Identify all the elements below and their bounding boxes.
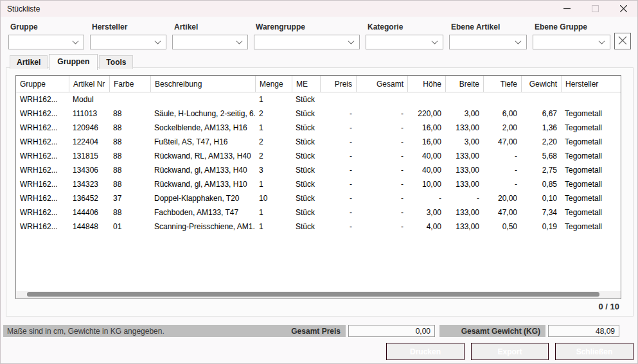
cell: 6,67 [521, 107, 561, 121]
cell: 0,19 [521, 220, 561, 234]
table-row[interactable]: WRH162...13645237Doppel-Klapphaken, T201… [16, 191, 621, 205]
tab-tools[interactable]: Tools [99, 55, 133, 69]
cell: 131815 [69, 149, 109, 163]
cell: - [320, 149, 356, 163]
table-row[interactable]: WRH162...12240488Fußteil, AS, T47, H162S… [16, 135, 621, 149]
horizontal-scrollbar[interactable] [16, 291, 621, 299]
cell: WRH162... [16, 92, 69, 107]
column-header-gruppe[interactable]: Gruppe [16, 76, 69, 92]
cell: Tegometall [561, 163, 621, 177]
column-header-artikel-nr[interactable]: Artikel Nr [69, 76, 109, 92]
cell: - [356, 107, 407, 121]
filter-label-hersteller: Hersteller [92, 22, 166, 31]
column-header-breite[interactable]: Breite [445, 76, 483, 92]
filter-combo-ebene-gruppe[interactable] [533, 35, 610, 49]
cell: Rückwand, gl, AM133, H10 [150, 177, 255, 191]
column-header-hersteller[interactable]: Hersteller [561, 76, 621, 92]
stueckliste-window: Stückliste GruppeHerstellerArtikelWareng… [0, 0, 638, 364]
cell: - [320, 135, 356, 149]
cell: Fußteil, AS, T47, H16 [150, 135, 255, 149]
table-row[interactable]: WRH162...12094688Sockelblende, AM133, H1… [16, 121, 621, 135]
filter-combo-artikel[interactable] [172, 35, 248, 49]
column-header-farbe[interactable]: Farbe [109, 76, 150, 92]
filter-label-ebene-gruppe: Ebene Gruppe [535, 22, 610, 31]
table-row[interactable]: WRH162...14484801Scanning-Preisschiene, … [16, 220, 621, 234]
minimize-button[interactable] [553, 1, 581, 17]
cell: 136452 [69, 191, 109, 205]
cell [483, 92, 521, 107]
table-row[interactable]: WRH162...11101388Säule, H-Lochung, 2-sei… [16, 107, 621, 121]
cell: - [483, 163, 521, 177]
cell: Tegometall [561, 220, 621, 234]
filter-combo-kategorie[interactable] [366, 35, 443, 49]
minimize-icon [563, 3, 571, 15]
cell: 2,00 [483, 121, 521, 135]
column-header-me[interactable]: ME [292, 76, 320, 92]
cell: 47,00 [483, 205, 521, 220]
filter-field-ebene-gruppe: Ebene Gruppe [533, 22, 610, 49]
chevron-down-icon [348, 38, 355, 44]
cell: Tegometall [561, 205, 621, 220]
cell: 134323 [69, 177, 109, 191]
chevron-down-icon [73, 38, 79, 44]
tab-gruppen[interactable]: Gruppen [49, 54, 98, 70]
cell: 2 [255, 135, 292, 149]
column-header-gewicht[interactable]: Gewicht [521, 76, 561, 92]
filter-field-ebene-artikel: Ebene Artikel [449, 22, 527, 49]
cell: 20,00 [483, 191, 521, 205]
cell [356, 92, 407, 107]
filter-combo-hersteller[interactable] [90, 35, 166, 49]
cell: 133,00 [445, 121, 483, 135]
table-row[interactable]: WRH162...13181588Rückwand, RL, AM133, H4… [16, 149, 621, 163]
column-header-h-he[interactable]: Höhe [407, 76, 445, 92]
filter-combo-warengruppe[interactable] [254, 35, 360, 49]
cell: 88 [109, 135, 150, 149]
close-window-button[interactable] [609, 1, 637, 17]
parts-table: GruppeArtikel NrFarbeBeschreibungMengeME… [15, 75, 621, 299]
cell: Stück [292, 92, 320, 107]
cell: Modul [69, 92, 109, 107]
cell: - [356, 121, 407, 135]
cell: 3,00 [445, 107, 483, 121]
table-row[interactable]: WRH162...14440688Fachboden, AM133, T471S… [16, 205, 621, 220]
titlebar: Stückliste [1, 1, 637, 17]
cell: 1,36 [521, 121, 561, 135]
cell: - [356, 135, 407, 149]
filter-combo-gruppe[interactable] [8, 35, 84, 49]
selection-counter: 0 / 10 [598, 302, 619, 311]
cell: 10 [255, 191, 292, 205]
cell: 2 [255, 149, 292, 163]
maximize-button[interactable] [581, 1, 609, 17]
close-button[interactable]: Schließen [555, 343, 634, 360]
cell: - [356, 220, 407, 234]
column-header-gesamt[interactable]: Gesamt [356, 76, 407, 92]
table-row[interactable]: WRH162...13430688Rückwand, gl, AM133, H4… [16, 163, 621, 177]
cell: 144848 [69, 220, 109, 234]
clear-filters-button[interactable] [614, 33, 631, 49]
table-row[interactable]: WRH162...Modul1Stück [16, 92, 621, 107]
cell: Tegometall [561, 191, 621, 205]
cell: WRH162... [16, 121, 69, 135]
print-button[interactable]: Drucken [386, 343, 465, 360]
cell: Doppel-Klapphaken, T20 [150, 191, 255, 205]
cell: 4,00 [407, 220, 445, 234]
tabstrip: ArtikelGruppenTools [10, 54, 134, 69]
filter-row: GruppeHerstellerArtikelWarengruppeKatego… [8, 22, 610, 49]
scrollbar-thumb[interactable] [27, 292, 599, 297]
chevron-down-icon [599, 38, 605, 44]
cell: Stück [292, 107, 320, 121]
total-price-value: 0,00 [348, 325, 435, 337]
cell: 1 [255, 177, 292, 191]
cell: WRH162... [16, 135, 69, 149]
table-row[interactable]: WRH162...13432388Rückwand, gl, AM133, H1… [16, 177, 621, 191]
filter-combo-ebene-artikel[interactable] [449, 35, 527, 49]
maximize-icon [592, 3, 599, 15]
export-button[interactable]: Export [471, 343, 549, 360]
column-header-beschreibung[interactable]: Beschreibung [150, 76, 255, 92]
tab-artikel[interactable]: Artikel [10, 55, 48, 69]
cell: - [320, 163, 356, 177]
column-header-preis[interactable]: Preis [320, 76, 356, 92]
cell: 3,00 [407, 205, 445, 220]
column-header-menge[interactable]: Menge [255, 76, 292, 92]
column-header-tiefe[interactable]: Tiefe [483, 76, 521, 92]
